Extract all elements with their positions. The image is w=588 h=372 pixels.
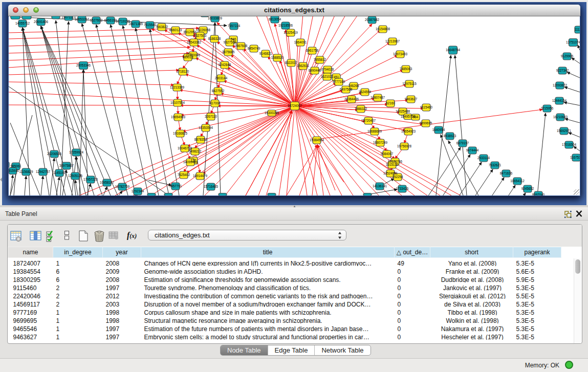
svg-text:9327508: 9327508 — [224, 40, 236, 44]
svg-text:7485063: 7485063 — [400, 67, 412, 71]
svg-text:12353594: 12353594 — [199, 126, 213, 129]
svg-text:12942757: 12942757 — [36, 170, 51, 173]
svg-text:8322037: 8322037 — [285, 61, 298, 64]
svg-text:12093872: 12093872 — [553, 83, 568, 87]
svg-text:11325419: 11325419 — [284, 31, 298, 34]
svg-text:11123: 11123 — [575, 28, 580, 31]
svg-text:7625402: 7625402 — [178, 173, 190, 177]
svg-text:20691406: 20691406 — [34, 20, 49, 24]
svg-text:2933114: 2933114 — [477, 156, 490, 160]
svg-text:17016504: 17016504 — [562, 143, 577, 146]
svg-text:19654923: 19654923 — [401, 129, 416, 133]
svg-text:19218506: 19218506 — [278, 24, 293, 27]
svg-text:8990448: 8990448 — [309, 69, 321, 72]
svg-text:20387682: 20387682 — [365, 18, 380, 21]
svg-text:19384554: 19384554 — [310, 138, 324, 142]
svg-text:14099489: 14099489 — [183, 160, 198, 164]
svg-text:19071113: 19071113 — [61, 16, 76, 19]
svg-text:15226058: 15226058 — [196, 28, 211, 32]
svg-text:1733426: 1733426 — [396, 187, 409, 190]
svg-text:1527602: 1527602 — [90, 18, 103, 22]
svg-text:20364436: 20364436 — [344, 97, 359, 101]
svg-text:9245652: 9245652 — [521, 187, 534, 190]
svg-text:10688609: 10688609 — [367, 129, 382, 133]
svg-text:12975115: 12975115 — [402, 82, 417, 85]
svg-text:13524851: 13524851 — [383, 171, 398, 175]
svg-text:18807249: 18807249 — [373, 141, 388, 144]
svg-text:9227342: 9227342 — [556, 69, 569, 72]
svg-text:7986322: 7986322 — [355, 107, 367, 111]
svg-text:3215956: 3215956 — [541, 106, 554, 110]
svg-text:10973493: 10973493 — [393, 52, 408, 56]
svg-text:3267110: 3267110 — [205, 115, 217, 118]
svg-text:8097040: 8097040 — [532, 193, 545, 195]
svg-text:17359924: 17359924 — [69, 150, 84, 154]
svg-text:7632621: 7632621 — [489, 163, 502, 167]
svg-text:984: 984 — [413, 115, 419, 119]
svg-text:8427552: 8427552 — [212, 89, 225, 93]
svg-text:19756928: 19756928 — [397, 144, 412, 148]
svg-text:19654983: 19654983 — [171, 115, 186, 119]
svg-text:10025488: 10025488 — [396, 110, 410, 113]
svg-text:252254: 252254 — [392, 175, 403, 179]
svg-text:14055712: 14055712 — [15, 21, 30, 25]
svg-text:11156829: 11156829 — [19, 170, 33, 173]
svg-text:2867608: 2867608 — [235, 44, 248, 48]
svg-text:1292344: 1292344 — [132, 189, 144, 193]
svg-text:20206536: 20206536 — [47, 152, 62, 156]
svg-text:8660123: 8660123 — [169, 28, 182, 32]
svg-text:16782759: 16782759 — [115, 185, 130, 188]
svg-text:3915911: 3915911 — [9, 169, 19, 172]
svg-text:19166825: 19166825 — [173, 132, 188, 135]
svg-text:10107554: 10107554 — [170, 101, 185, 104]
svg-text:8912954: 8912954 — [184, 30, 197, 34]
svg-text:7515540: 7515540 — [144, 23, 157, 27]
svg-text:417004: 417004 — [209, 101, 221, 105]
svg-text:9474444: 9474444 — [466, 148, 479, 152]
svg-text:9084067: 9084067 — [381, 152, 394, 156]
svg-text:989013: 989013 — [182, 55, 193, 59]
svg-text:10653267: 10653267 — [75, 17, 90, 21]
svg-text:16648784: 16648784 — [446, 48, 461, 52]
svg-text:985061: 985061 — [10, 164, 21, 168]
svg-text:8454749: 8454749 — [248, 47, 260, 50]
svg-text:9129906: 9129906 — [561, 54, 574, 58]
svg-text:3875685: 3875685 — [222, 50, 235, 54]
svg-text:8878352: 8878352 — [194, 138, 207, 141]
svg-text:1145191: 1145191 — [53, 171, 66, 174]
svg-text:3624554: 3624554 — [359, 90, 372, 94]
svg-text:13751074: 13751074 — [566, 40, 580, 44]
svg-text:1615132: 1615132 — [386, 163, 399, 166]
svg-text:6899695: 6899695 — [420, 121, 432, 125]
svg-text:1640954: 1640954 — [432, 128, 445, 132]
svg-text:6961758: 6961758 — [306, 49, 319, 52]
svg-text:7663822: 7663822 — [156, 25, 168, 29]
svg-text:9146821: 9146821 — [259, 52, 272, 55]
svg-text:10958107: 10958107 — [100, 181, 115, 184]
svg-text:10807487: 10807487 — [371, 96, 385, 99]
svg-text:9777169: 9777169 — [333, 80, 345, 83]
svg-text:9242848: 9242848 — [219, 63, 231, 67]
svg-text:12213967: 12213967 — [385, 39, 400, 43]
svg-text:18724007: 18724007 — [288, 104, 302, 107]
svg-text:6497568: 6497568 — [340, 87, 353, 91]
svg-text:9463627: 9463627 — [405, 97, 418, 101]
svg-text:16154808: 16154808 — [376, 27, 390, 31]
svg-text:15300285: 15300285 — [265, 111, 279, 115]
svg-text:12444154: 12444154 — [552, 99, 567, 102]
svg-text:9457791: 9457791 — [169, 184, 182, 188]
svg-text:7955812: 7955812 — [314, 58, 326, 61]
svg-text:6879197: 6879197 — [456, 141, 469, 145]
svg-text:30975867: 30975867 — [59, 164, 74, 167]
svg-text:62160: 62160 — [386, 101, 395, 105]
svg-text:12213389: 12213389 — [170, 85, 185, 89]
svg-text:1588520: 1588520 — [271, 56, 284, 59]
svg-text:20053346: 20053346 — [76, 63, 91, 67]
svg-text:1167533: 1167533 — [570, 156, 580, 159]
svg-text:2718120: 2718120 — [177, 70, 189, 73]
svg-text:2803144: 2803144 — [215, 76, 228, 80]
svg-text:17957223: 17957223 — [83, 178, 98, 181]
svg-text:1864091: 1864091 — [294, 40, 307, 44]
svg-text:1562611: 1562611 — [297, 64, 310, 68]
svg-text:5498222: 5498222 — [189, 149, 202, 153]
